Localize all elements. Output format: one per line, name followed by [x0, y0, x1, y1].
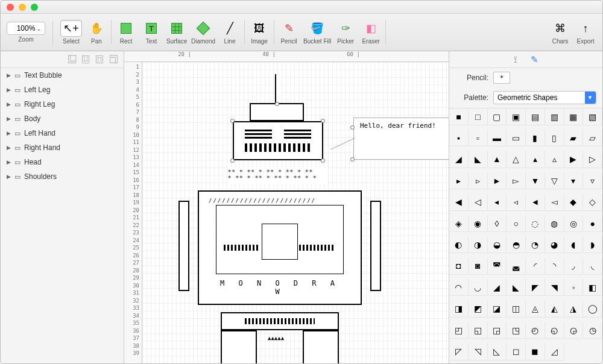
palette-char[interactable]: ▷	[583, 151, 602, 168]
pan-tool-button[interactable]: ✋	[86, 20, 107, 37]
palette-char[interactable]: ◬	[526, 301, 545, 318]
palette-char[interactable]: ◶	[564, 322, 584, 339]
palette-char[interactable]: ◷	[583, 322, 602, 339]
palette-char[interactable]: ◩	[469, 301, 488, 318]
close-window-button[interactable]	[7, 4, 14, 11]
layer-item[interactable]: ▶▭Text Bubble	[1, 68, 124, 83]
palette-char[interactable]: ◛	[507, 258, 526, 275]
palette-char[interactable]: ◴	[526, 322, 545, 339]
palette-char[interactable]: ◞	[564, 258, 584, 275]
drawing-canvas[interactable]: ✳✳ ✳ ✳✳ ✳ ✳✳ ✳ ✳✳ ✳ ✳✳✳ ✳✳ ✳ ✳✳ ✳ ✳✳ ✳ ✳…	[142, 62, 449, 364]
palette-char[interactable]: ◦	[564, 279, 584, 296]
palette-char[interactable]: ▽	[545, 172, 564, 189]
palette-char[interactable]: ▻	[507, 172, 526, 189]
palette-char[interactable]: ◓	[507, 236, 526, 253]
palette-char[interactable]: ▭	[507, 130, 526, 146]
palette-char[interactable]: ◖	[564, 236, 584, 253]
palette-char[interactable]: ▤	[526, 108, 545, 125]
palette-char[interactable]: ▹	[469, 172, 488, 189]
palette-char[interactable]: ▾	[564, 172, 584, 189]
palette-char[interactable]: ◘	[449, 258, 469, 275]
palette-char[interactable]: ◌	[526, 215, 545, 232]
palette-char[interactable]: ◂	[488, 194, 507, 211]
layer-item[interactable]: ▶▭Head	[1, 155, 124, 169]
inspector-tab-0[interactable]: ⟟	[514, 54, 517, 65]
line-tool-button[interactable]: ╱	[219, 20, 241, 37]
palette-char[interactable]: ◈	[449, 215, 469, 232]
sidebar-action-icon-2[interactable]: ⿵	[96, 55, 104, 64]
eraser-tool-button[interactable]: ◧	[360, 20, 382, 37]
palette-char[interactable]: ◿	[545, 344, 564, 360]
palette-char[interactable]: ◢	[488, 279, 507, 296]
palette-char[interactable]: ◻	[507, 344, 526, 360]
palette-char[interactable]: ◵	[545, 322, 564, 339]
minimize-window-button[interactable]	[19, 4, 26, 11]
palette-char[interactable]: ◐	[449, 236, 469, 253]
palette-char[interactable]: ◣	[469, 151, 488, 168]
palette-char[interactable]: ◣	[507, 279, 526, 296]
palette-char[interactable]: ▦	[564, 108, 584, 125]
sidebar-action-icon-3[interactable]: ⿹	[110, 55, 118, 64]
palette-char[interactable]: ◃	[507, 194, 526, 211]
palette-char[interactable]: ◠	[449, 279, 469, 296]
palette-char[interactable]: ◗	[583, 236, 602, 253]
palette-char[interactable]: ◇	[583, 194, 602, 211]
zoom-select[interactable]: 100%	[7, 22, 45, 35]
palette-char[interactable]: □	[469, 108, 488, 125]
palette-char[interactable]: ◡	[469, 279, 488, 296]
palette-char[interactable]: ▥	[545, 108, 564, 125]
palette-char[interactable]: ◙	[469, 258, 488, 275]
palette-char[interactable]: ▱	[583, 130, 602, 146]
layer-item[interactable]: ▶▭Shoulders	[1, 169, 124, 184]
text-tool-button[interactable]: T	[140, 20, 162, 37]
palette-char[interactable]: ◄	[526, 194, 545, 211]
palette-char[interactable]: ○	[507, 215, 526, 232]
layer-item[interactable]: ▶▭Left Hand	[1, 126, 124, 140]
palette-char[interactable]: ◝	[545, 258, 564, 275]
layer-item[interactable]: ▶▭Left Leg	[1, 83, 124, 97]
picker-tool-button[interactable]: ✑	[335, 20, 356, 37]
palette-char[interactable]: ◳	[507, 322, 526, 339]
palette-char[interactable]: ◕	[545, 236, 564, 253]
palette-char[interactable]: ◤	[526, 279, 545, 296]
palette-char[interactable]: ▪	[449, 130, 469, 146]
palette-char[interactable]: ◍	[545, 215, 564, 232]
pencil-char-field[interactable]: *	[493, 72, 510, 84]
palette-char[interactable]: ◚	[488, 258, 507, 275]
zoom-window-button[interactable]	[31, 4, 38, 11]
palette-char[interactable]: ▲	[488, 151, 507, 168]
diamond-tool-button[interactable]	[192, 20, 214, 37]
palette-char[interactable]: ◢	[449, 151, 469, 168]
bucket-tool-button[interactable]: 🪣	[306, 20, 328, 37]
palette-char[interactable]: ▴	[526, 151, 545, 168]
palette-char[interactable]: ◥	[545, 279, 564, 296]
rect-tool-button[interactable]	[115, 20, 137, 37]
palette-char[interactable]: ◨	[449, 301, 469, 318]
palette-char[interactable]: ◼	[526, 344, 545, 360]
palette-char[interactable]: ◪	[488, 301, 507, 318]
palette-char[interactable]: ▬	[488, 130, 507, 146]
speech-bubble[interactable]: Hello, dear friend!	[353, 118, 449, 160]
image-tool-button[interactable]: 🖼	[248, 20, 270, 37]
palette-char[interactable]: ◭	[545, 301, 564, 318]
palette-char[interactable]: ▯	[545, 130, 564, 146]
palette-char[interactable]: ▿	[583, 172, 602, 189]
surface-tool-button[interactable]	[166, 20, 188, 37]
palette-char[interactable]: ▣	[507, 108, 526, 125]
layer-item[interactable]: ▶▭Right Leg	[1, 97, 124, 111]
palette-char[interactable]: ▵	[545, 151, 564, 168]
palette-select[interactable]: Geometric Shapes ▼	[493, 91, 596, 104]
inspector-tab-1[interactable]: ✎	[531, 54, 538, 65]
palette-char[interactable]: ▮	[526, 130, 545, 146]
palette-char[interactable]: ◱	[469, 322, 488, 339]
select-tool-button[interactable]: ↖+	[60, 20, 82, 37]
palette-char[interactable]: ▼	[526, 172, 545, 189]
palette-char[interactable]: ◀	[449, 194, 469, 211]
palette-char[interactable]: ▧	[583, 108, 602, 125]
palette-char[interactable]: ▸	[449, 172, 469, 189]
palette-char[interactable]: ◔	[526, 236, 545, 253]
palette-char[interactable]: ►	[488, 172, 507, 189]
palette-char[interactable]: △	[507, 151, 526, 168]
palette-char[interactable]: ◉	[469, 215, 488, 232]
palette-char[interactable]: ◰	[449, 322, 469, 339]
